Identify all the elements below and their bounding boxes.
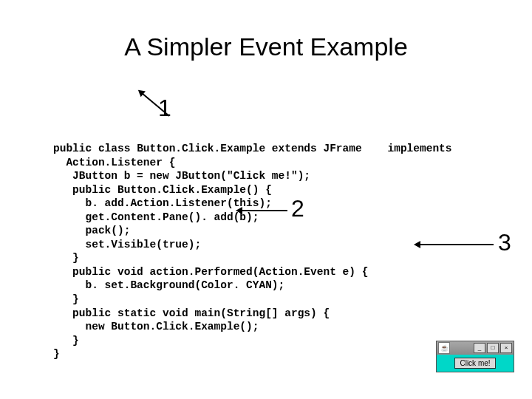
code-line: public Button.Click.Example() { bbox=[53, 184, 272, 196]
code-class-name: Button.Click.Example bbox=[137, 143, 265, 154]
code-line: get.Content.Pane(). add(b); bbox=[53, 211, 259, 223]
code-line: } bbox=[53, 252, 79, 264]
code-line: pack(); bbox=[53, 225, 130, 236]
code-line: public class bbox=[53, 143, 137, 154]
code-line: set.Visible(true); bbox=[53, 239, 201, 250]
window-titlebar: ☕ _ □ × bbox=[437, 341, 514, 355]
close-button[interactable]: × bbox=[500, 343, 512, 353]
annotation-3: 3 bbox=[498, 229, 511, 256]
code-line: b. set.Background(Color. CYAN); bbox=[53, 279, 284, 291]
code-line: b. add.Action.Listener(this); bbox=[53, 197, 272, 209]
code-line: public static void main(String[] args) { bbox=[53, 307, 330, 319]
window-controls: _ □ × bbox=[474, 343, 512, 353]
click-me-button[interactable]: Click me! bbox=[454, 358, 495, 369]
code-line: } bbox=[53, 293, 79, 305]
result-window: ☕ _ □ × Click me! bbox=[436, 341, 514, 372]
code-line: } bbox=[53, 348, 60, 360]
java-icon: ☕ bbox=[438, 342, 450, 354]
slide-title: A Simpler Event Example bbox=[0, 33, 532, 61]
code-line: public void action.Performed(Action.Even… bbox=[53, 266, 368, 278]
minimize-button[interactable]: _ bbox=[474, 343, 485, 353]
window-body: Click me! bbox=[437, 355, 514, 372]
maximize-button[interactable]: □ bbox=[487, 343, 499, 353]
code-line: extends JFrame implements bbox=[265, 143, 451, 154]
code-line: } bbox=[53, 335, 79, 347]
code-line: new Button.Click.Example(); bbox=[53, 321, 259, 332]
code-line: JButton b = new JButton("Click me!"); bbox=[53, 170, 310, 182]
code-listing: public class Button.Click.Example extend… bbox=[53, 142, 497, 361]
code-line: Action.Listener { bbox=[53, 157, 175, 168]
